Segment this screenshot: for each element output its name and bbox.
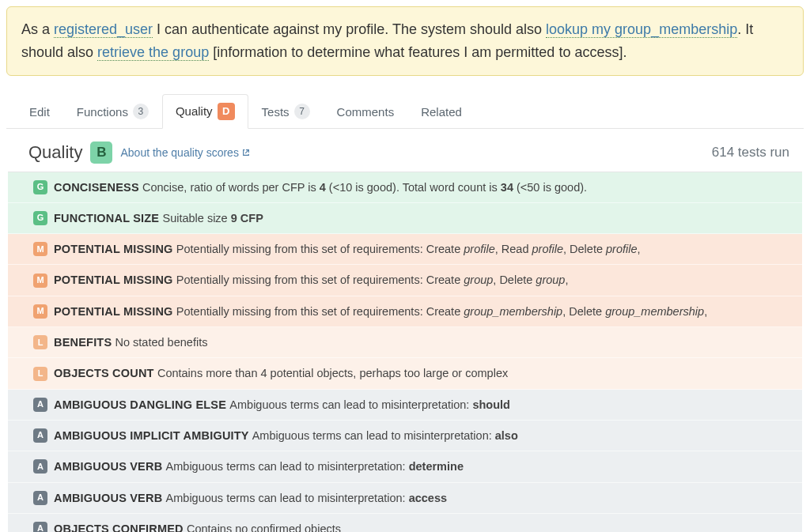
issue-title: BENEFITS <box>54 336 115 349</box>
issue-body: AMBIGUOUS IMPLICIT AMBIGUITY Ambiguous t… <box>54 428 518 443</box>
tab-related[interactable]: Related <box>407 94 475 129</box>
issue-text: Ambiguous terms can lead to misinterpret… <box>229 398 510 411</box>
story-text: As a <box>21 21 54 37</box>
quality-section-header: Quality B About the quality scores 614 t… <box>6 129 804 172</box>
issue-body: FUNCTIONAL SIZE Suitable size 9 CFP <box>54 210 263 226</box>
issue-row[interactable]: MPOTENTIAL MISSING Potentially missing f… <box>8 265 802 296</box>
issue-body: POTENTIAL MISSING Potentially missing fr… <box>54 304 707 319</box>
tab-label: Quality <box>176 104 213 118</box>
issue-title: AMBIGUOUS VERB <box>54 460 166 473</box>
issue-row[interactable]: AAMBIGUOUS DANGLING ELSE Ambiguous terms… <box>8 390 802 421</box>
issue-row[interactable]: LBENEFITS No stated benefits <box>8 327 802 358</box>
issue-title: POTENTIAL MISSING <box>54 243 176 255</box>
issue-level-badge: A <box>33 491 47 505</box>
issue-row[interactable]: AAMBIGUOUS VERB Ambiguous terms can lead… <box>8 451 802 482</box>
issue-title: AMBIGUOUS VERB <box>54 492 166 504</box>
issue-body: POTENTIAL MISSING Potentially missing fr… <box>54 272 568 288</box>
issue-row[interactable]: AOBJECTS CONFIRMED Contains no confirmed… <box>8 514 802 532</box>
issue-body: POTENTIAL MISSING Potentially missing fr… <box>54 241 641 257</box>
issue-level-badge: L <box>33 335 47 349</box>
issues-list: GCONCISENESS Concise, ratio of words per… <box>8 172 802 532</box>
issue-level-badge: M <box>33 274 47 288</box>
story-text: I can authenticate against my profile. T… <box>153 21 546 37</box>
tab-label: Related <box>421 105 462 119</box>
tab-label: Edit <box>29 105 50 119</box>
tab-tests[interactable]: Tests 7 <box>248 94 324 129</box>
issue-level-badge: A <box>33 459 47 474</box>
issue-text: Ambiguous terms can lead to misinterpret… <box>166 492 447 504</box>
issue-text: Concise, ratio of words per CFP is 4 (<1… <box>142 181 587 194</box>
issue-title: CONCISENESS <box>54 181 142 194</box>
issue-text: No stated benefits <box>115 336 208 349</box>
issue-body: AMBIGUOUS DANGLING ELSE Ambiguous terms … <box>54 397 510 413</box>
issue-body: AMBIGUOUS VERB Ambiguous terms can lead … <box>54 458 464 474</box>
issue-title: OBJECTS COUNT <box>54 367 157 379</box>
section-grade-badge: B <box>90 141 112 164</box>
issue-text: Potentially missing from this set of req… <box>176 243 641 255</box>
issue-level-badge: A <box>33 398 47 412</box>
issue-level-badge: G <box>33 180 47 194</box>
story-text: [information to determine what features … <box>209 44 626 60</box>
issue-row[interactable]: AAMBIGUOUS IMPLICIT AMBIGUITY Ambiguous … <box>8 421 802 451</box>
issue-text: Contains more than 4 potential objects, … <box>157 367 508 379</box>
tab-label: Functions <box>77 105 128 119</box>
tab-bar: Edit Functions 3 Quality D Tests 7 Comme… <box>6 93 804 129</box>
story-link-retrieve[interactable]: retrieve the group <box>97 44 209 61</box>
issue-level-badge: L <box>33 367 47 381</box>
tab-functions[interactable]: Functions 3 <box>63 94 162 129</box>
issue-level-badge: G <box>33 211 47 225</box>
issue-level-badge: M <box>33 304 47 319</box>
issue-title: AMBIGUOUS IMPLICIT AMBIGUITY <box>54 429 252 442</box>
tests-run-count: 614 tests run <box>712 145 789 160</box>
issue-title: POTENTIAL MISSING <box>54 274 176 286</box>
story-link-user[interactable]: registered_user <box>54 21 153 38</box>
issue-body: OBJECTS COUNT Contains more than 4 poten… <box>54 365 508 381</box>
issue-row[interactable]: GCONCISENESS Concise, ratio of words per… <box>8 172 802 203</box>
issue-title: POTENTIAL MISSING <box>54 305 176 318</box>
issue-body: OBJECTS CONFIRMED Contains no confirmed … <box>54 521 341 532</box>
quality-grade-badge: D <box>218 103 235 120</box>
issue-row[interactable]: MPOTENTIAL MISSING Potentially missing f… <box>8 296 802 327</box>
functions-count-badge: 3 <box>133 104 149 119</box>
about-quality-link[interactable]: About the quality scores <box>120 146 249 159</box>
issue-text: Suitable size 9 CFP <box>162 212 263 224</box>
tests-count-badge: 7 <box>294 104 310 119</box>
issue-body: BENEFITS No stated benefits <box>54 334 207 350</box>
tab-quality[interactable]: Quality D <box>162 94 248 129</box>
issue-title: OBJECTS CONFIRMED <box>54 523 187 532</box>
user-story-box: As a registered_user I can authenticate … <box>6 6 804 76</box>
issue-text: Potentially missing from this set of req… <box>176 305 707 318</box>
issue-text: Potentially missing from this set of req… <box>176 274 569 286</box>
section-title: Quality <box>28 142 82 163</box>
issue-body: AMBIGUOUS VERB Ambiguous terms can lead … <box>54 490 447 506</box>
issue-level-badge: M <box>33 242 47 256</box>
issue-row[interactable]: MPOTENTIAL MISSING Potentially missing f… <box>8 234 802 265</box>
issue-text: Contains no confirmed objects <box>187 523 341 532</box>
tab-edit[interactable]: Edit <box>16 94 63 129</box>
issue-row[interactable]: GFUNCTIONAL SIZE Suitable size 9 CFP <box>8 203 802 234</box>
issue-level-badge: A <box>33 428 47 443</box>
issue-row[interactable]: LOBJECTS COUNT Contains more than 4 pote… <box>8 358 802 389</box>
issue-body: CONCISENESS Concise, ratio of words per … <box>54 179 587 195</box>
issue-title: AMBIGUOUS DANGLING ELSE <box>54 398 229 411</box>
tab-label: Tests <box>262 105 290 119</box>
issue-level-badge: A <box>33 522 47 532</box>
external-link-icon <box>242 149 250 157</box>
issue-title: FUNCTIONAL SIZE <box>54 212 162 224</box>
story-link-lookup[interactable]: lookup my group_membership <box>546 21 737 38</box>
issue-text: Ambiguous terms can lead to misinterpret… <box>252 429 518 442</box>
tab-comments[interactable]: Comments <box>324 94 408 129</box>
tab-label: Comments <box>337 105 395 119</box>
issue-row[interactable]: AAMBIGUOUS VERB Ambiguous terms can lead… <box>8 483 802 514</box>
about-link-text: About the quality scores <box>120 146 238 159</box>
issue-text: Ambiguous terms can lead to misinterpret… <box>166 460 464 473</box>
